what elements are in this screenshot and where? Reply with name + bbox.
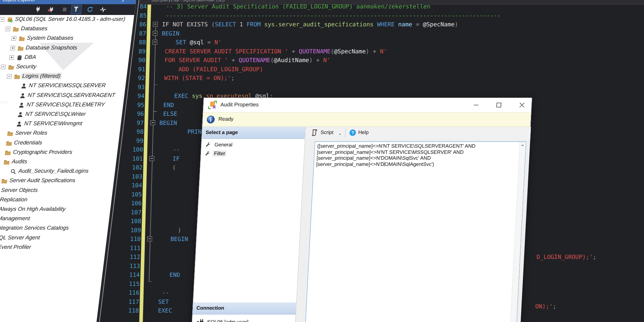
fold-collapse-icon[interactable]: − <box>152 40 157 45</box>
filter-predicate-textbox[interactable]: ([server_principal_name]<>N'NT SERVICE\S… <box>305 141 526 322</box>
code-line: ) <box>156 226 181 235</box>
tree-item[interactable]: Replication <box>0 195 112 205</box>
minimize-button[interactable] <box>470 100 482 110</box>
line-number: 104 <box>118 181 142 190</box>
tree-item[interactable]: XEvent Profiler <box>0 243 106 252</box>
user-icon <box>17 112 24 118</box>
fold-end-tick <box>149 281 152 282</box>
tree-item[interactable]: Server Roles <box>0 129 120 138</box>
select-a-page-header: Select a page <box>202 127 305 139</box>
tree-item[interactable]: NT SERVICE\MSSQLSERVER <box>0 81 126 91</box>
fold-collapse-icon[interactable]: − <box>153 22 158 27</box>
tree-item[interactable]: Credentials <box>0 139 119 148</box>
user-icon <box>20 83 27 89</box>
object-explorer-toolbar: Connect <box>0 4 136 15</box>
line-number: 112 <box>116 252 141 262</box>
tree-item[interactable]: SQL Server Agent <box>0 234 107 243</box>
code-line: BEGIN <box>159 118 177 127</box>
tree-item-label: Management <box>0 215 32 222</box>
code-line: -- 3) Server Audit Specification (FAILED… <box>162 2 430 11</box>
svg-text:?: ? <box>351 130 354 135</box>
tree-item-label: NT SERVICE\SQLTELEMETRY <box>25 101 107 108</box>
maximize-button[interactable] <box>493 100 505 110</box>
disconnect-plug-icon[interactable] <box>47 6 54 13</box>
scroll-up-icon[interactable] <box>520 142 525 148</box>
line-number: 99 <box>119 136 143 145</box>
folder-icon <box>12 26 19 32</box>
tree-item[interactable]: −Security <box>0 62 128 72</box>
connect-plug-icon[interactable] <box>34 6 41 13</box>
dialog-titlebar[interactable]: Audit Properties <box>203 98 532 112</box>
folder-icon <box>8 64 15 70</box>
line-number: 100 <box>119 145 143 154</box>
code-line: IF <box>158 154 180 163</box>
tree-item-label: Audits <box>10 158 29 165</box>
code-line: PRINT <box>159 127 205 136</box>
tree-item[interactable]: Management <box>0 214 110 224</box>
fold-collapse-icon[interactable]: − <box>147 236 152 241</box>
user-icon <box>19 93 26 99</box>
object-explorer-title: Object Explorer <box>2 0 35 2</box>
help-button[interactable]: Help <box>358 129 369 135</box>
tree-item-label: Cryptographic Providers <box>11 149 74 155</box>
help-icon: ? <box>349 129 356 136</box>
script-dropdown-chevron-icon[interactable] <box>338 131 342 135</box>
fold-collapse-icon[interactable]: − <box>149 156 154 161</box>
audit-properties-icon <box>208 101 217 109</box>
line-number: 114 <box>116 270 140 279</box>
tree-item-label: Databases <box>19 25 49 32</box>
tree-item-label: Logins (filtered) <box>20 73 62 79</box>
line-number: 106 <box>117 199 142 208</box>
folder-icon <box>17 45 24 51</box>
tree-item[interactable]: Server Audit Specifications <box>0 176 114 186</box>
page-item-filter[interactable]: Filter <box>201 149 304 158</box>
folder-icon <box>14 74 20 80</box>
user-icon <box>18 102 25 108</box>
collapse-icon[interactable]: − <box>0 17 5 22</box>
tree-item[interactable]: Always On High Availability <box>0 205 111 214</box>
tree-item[interactable]: NT SERVICE\SQLWriter <box>0 110 123 119</box>
filter-button[interactable] <box>71 5 82 14</box>
code-line: -- <box>159 145 180 154</box>
code-line: ELSE <box>159 109 177 118</box>
page-item-label: Filter <box>213 151 227 156</box>
expand-icon[interactable]: + <box>11 36 17 41</box>
tree-item[interactable]: Audits <box>0 157 117 167</box>
refresh-icon[interactable] <box>86 6 93 13</box>
tree-item[interactable]: NT SERVICE\Winmgmt <box>0 119 121 129</box>
tree-item[interactable]: −Databases <box>0 24 133 34</box>
script-button[interactable]: Script <box>320 129 334 135</box>
tree-item[interactable]: Audit_Security_FailedLogins <box>0 167 115 176</box>
tree-item[interactable]: −Logins (filtered) <box>0 72 127 81</box>
fold-collapse-icon[interactable]: − <box>153 31 157 36</box>
expand-icon[interactable]: + <box>10 46 15 50</box>
line-number: 98 <box>119 127 144 136</box>
tree-item[interactable]: −SQL06 (SQL Server 16.0.4185.3 - adm-use… <box>0 15 134 24</box>
tree-item[interactable]: NT SERVICE\SQLSERVERAGENT <box>0 91 125 101</box>
stop-icon[interactable] <box>61 6 68 13</box>
script-icon <box>311 129 318 136</box>
tree-item[interactable]: +Database Snapshots <box>0 44 131 53</box>
tree-item-label: SQL06 (SQL Server 16.0.4185.3 - adm-user… <box>13 16 127 22</box>
database-icon <box>16 55 23 61</box>
activity-monitor-icon[interactable] <box>99 6 106 13</box>
tree-item[interactable]: Integration Services Catalogs <box>0 224 109 233</box>
object-explorer-titlebar[interactable]: Object Explorer <box>0 0 137 4</box>
collapse-icon[interactable]: − <box>1 65 6 69</box>
tree-item[interactable]: +DBA <box>0 53 129 62</box>
close-button[interactable] <box>516 100 528 110</box>
fold-collapse-icon[interactable]: − <box>150 120 155 125</box>
dialog-toolbar: Script ? Help <box>305 127 531 139</box>
tree-item[interactable]: Cryptographic Providers <box>0 148 118 157</box>
collapse-icon[interactable]: − <box>5 27 10 31</box>
code-line: ----------------------------------------… <box>162 11 501 20</box>
tree-item-label: Server Roles <box>14 130 49 136</box>
expand-icon[interactable]: + <box>9 55 14 60</box>
pin-icon[interactable] <box>120 0 126 3</box>
tree-item[interactable]: NT SERVICE\SQLTELEMETRY <box>0 101 124 110</box>
tree-item[interactable]: +System Databases <box>0 34 132 43</box>
server-icon <box>7 17 13 23</box>
collapse-icon[interactable]: − <box>7 74 12 79</box>
page-item-general[interactable]: General <box>201 141 305 149</box>
tree-item[interactable]: Server Objects <box>0 186 113 195</box>
